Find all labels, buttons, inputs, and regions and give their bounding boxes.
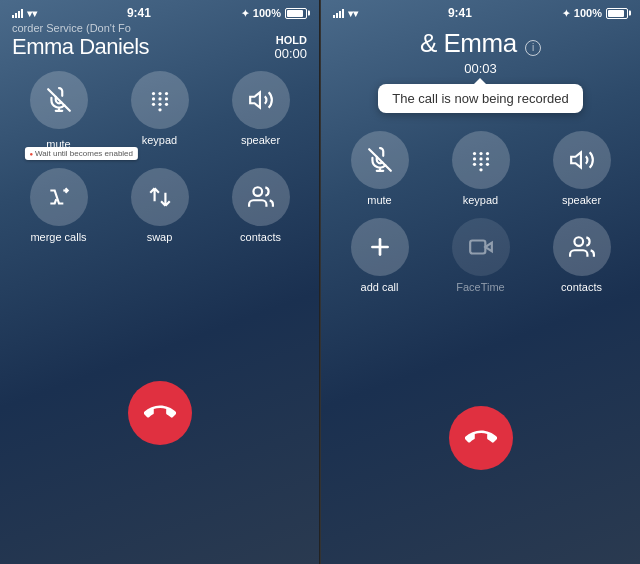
merge-icon	[46, 184, 72, 210]
speaker-icon-right	[569, 147, 595, 173]
svg-point-17	[472, 157, 475, 160]
merge-label: merge calls	[30, 231, 86, 243]
signal-icon	[12, 8, 23, 18]
contacts-label-left: contacts	[240, 231, 281, 243]
svg-point-28	[574, 237, 583, 246]
call-duration-right: 00:03	[321, 61, 640, 76]
svg-point-4	[151, 97, 154, 100]
info-icon[interactable]: i	[525, 40, 541, 56]
speaker-icon-left	[248, 87, 274, 113]
facetime-icon	[468, 234, 494, 260]
svg-point-2	[158, 92, 161, 95]
mute-button-left[interactable]: mute Wait until becomes enabled	[16, 71, 101, 152]
svg-point-12	[253, 187, 262, 196]
wifi-icon: ▾▾	[27, 8, 37, 19]
facetime-label: FaceTime	[456, 281, 505, 293]
svg-point-18	[479, 157, 482, 160]
svg-point-7	[151, 103, 154, 106]
end-call-button-right[interactable]	[449, 406, 513, 470]
keypad-label-left: keypad	[142, 134, 177, 146]
facetime-button: FaceTime	[438, 218, 523, 293]
end-call-icon-right	[465, 422, 497, 454]
call-name-right: & Emma	[420, 28, 517, 58]
battery-percent-left: 100%	[253, 7, 281, 19]
recording-tooltip: The call is now being recorded	[378, 84, 582, 113]
svg-rect-27	[470, 241, 485, 254]
time-right: 9:41	[448, 6, 472, 20]
left-screen: ▾▾ 9:41 ✦ 100% corder Service (Don't Fo …	[0, 0, 319, 564]
speaker-button-right[interactable]: speaker	[539, 131, 624, 206]
contacts-icon-right	[569, 234, 595, 260]
add-call-icon	[367, 234, 393, 260]
svg-point-23	[479, 168, 482, 171]
call-name-container-right: & Emma i	[321, 28, 640, 59]
merge-calls-button[interactable]: merge calls	[16, 168, 101, 243]
buttons-grid-right-2: add call FaceTime contacts	[321, 212, 640, 299]
status-right-right: ✦ 100%	[562, 7, 628, 19]
battery-icon-right	[606, 8, 628, 19]
battery-icon-left	[285, 8, 307, 19]
signal-icon-right	[333, 8, 344, 18]
bluetooth-icon-left: ✦	[241, 8, 249, 19]
status-bar-right: ▾▾ 9:41 ✦ 100%	[321, 0, 640, 22]
svg-point-3	[164, 92, 167, 95]
svg-point-5	[158, 97, 161, 100]
time-left: 9:41	[127, 6, 151, 20]
speaker-button-left[interactable]: speaker	[218, 71, 303, 152]
speaker-label-left: speaker	[241, 134, 280, 146]
mic-off-icon-left	[46, 87, 72, 113]
hold-badge: HOLD	[274, 34, 307, 46]
end-call-container-left	[0, 261, 319, 564]
keypad-button-right[interactable]: keypad	[438, 131, 523, 206]
svg-point-9	[164, 103, 167, 106]
wifi-icon-right: ▾▾	[348, 8, 358, 19]
end-call-container-right	[321, 311, 640, 564]
contacts-button-left[interactable]: contacts	[218, 168, 303, 243]
bluetooth-icon-right: ✦	[562, 8, 570, 19]
add-call-label: add call	[361, 281, 399, 293]
swap-icon	[147, 184, 173, 210]
keypad-button-left[interactable]: keypad	[117, 71, 202, 152]
contacts-label-right: contacts	[561, 281, 602, 293]
keypad-label-right: keypad	[463, 194, 498, 206]
buttons-grid-right-1: mute keypad speaker	[321, 125, 640, 212]
status-right-left: ✦ 100%	[241, 7, 307, 19]
svg-point-21	[479, 163, 482, 166]
svg-point-10	[158, 108, 161, 111]
status-left-right: ▾▾	[333, 8, 358, 19]
wait-badge: Wait until becomes enabled	[24, 147, 138, 160]
svg-point-19	[485, 157, 488, 160]
end-call-button-left[interactable]	[128, 381, 192, 445]
tooltip-container: The call is now being recorded	[321, 84, 640, 113]
speaker-label-right: speaker	[562, 194, 601, 206]
keypad-icon-right	[468, 147, 494, 173]
battery-percent-right: 100%	[574, 7, 602, 19]
status-bar-left: ▾▾ 9:41 ✦ 100%	[0, 0, 319, 22]
call-name-left: Emma Daniels	[12, 34, 149, 60]
svg-point-16	[485, 152, 488, 155]
call-duration-left: 00:00	[274, 46, 307, 61]
right-screen: ▾▾ 9:41 ✦ 100% & Emma i 00:03 The call i…	[320, 0, 640, 564]
end-call-icon-left	[144, 397, 176, 429]
svg-point-20	[472, 163, 475, 166]
add-call-button[interactable]: add call	[337, 218, 422, 293]
svg-point-8	[158, 103, 161, 106]
svg-point-22	[485, 163, 488, 166]
svg-point-6	[164, 97, 167, 100]
mute-button-right[interactable]: mute	[337, 131, 422, 206]
svg-point-15	[479, 152, 482, 155]
call-header-left: corder Service (Don't Fo Emma Daniels HO…	[0, 22, 319, 61]
keypad-icon-left	[147, 87, 173, 113]
mic-off-icon-right	[367, 147, 393, 173]
call-subtitle-left: corder Service (Don't Fo	[12, 22, 149, 34]
status-left: ▾▾	[12, 8, 37, 19]
svg-marker-11	[250, 92, 260, 107]
mute-label-right: mute	[367, 194, 391, 206]
svg-point-1	[151, 92, 154, 95]
svg-marker-24	[571, 152, 581, 167]
swap-button[interactable]: swap	[117, 168, 202, 243]
contacts-icon-left	[248, 184, 274, 210]
svg-point-14	[472, 152, 475, 155]
contacts-button-right[interactable]: contacts	[539, 218, 624, 293]
swap-label: swap	[147, 231, 173, 243]
